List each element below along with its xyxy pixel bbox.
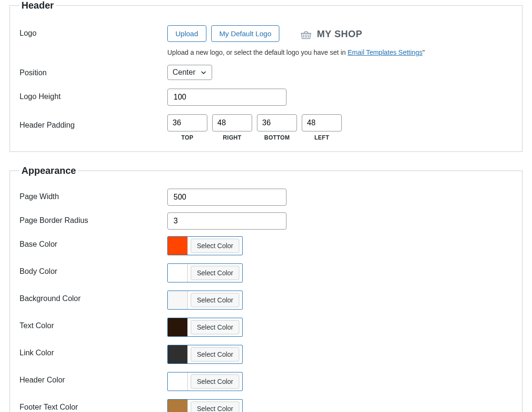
logo-height-label: Logo Height: [20, 89, 167, 101]
footer_text-color-label: Footer Text Color: [20, 399, 167, 412]
page-width-input[interactable]: [167, 189, 286, 206]
base-color-picker[interactable]: Select Color: [167, 236, 243, 255]
text-color-picker[interactable]: Select Color: [167, 318, 243, 337]
footer_text-color-swatch[interactable]: [168, 400, 188, 412]
page-width-row: Page Width: [20, 189, 512, 206]
basket-icon: [300, 29, 312, 40]
my-default-logo-button[interactable]: My Default Logo: [211, 25, 279, 42]
body-color-picker[interactable]: Select Color: [167, 263, 243, 282]
background-color-row: Background ColorSelect Color: [20, 291, 512, 311]
footer_text-color-row: Footer Text ColorSelect Color: [20, 399, 512, 412]
position-select[interactable]: Center: [167, 65, 212, 80]
appearance-fieldset: Appearance Page Width Page Border Radius…: [10, 165, 522, 412]
link-select-color-button[interactable]: Select Color: [191, 347, 239, 362]
header-color-picker[interactable]: Select Color: [167, 372, 243, 391]
body-color-row: Body ColorSelect Color: [20, 263, 512, 284]
header-padding-label: Header Padding: [20, 114, 167, 130]
footer_text-select-color-button[interactable]: Select Color: [191, 402, 239, 412]
header-legend: Header: [20, 0, 56, 11]
body-select-color-button[interactable]: Select Color: [191, 266, 239, 280]
logo-row: Logo Upload My Default Logo MY SHOP Uplo…: [20, 25, 512, 56]
position-row: Position Center: [20, 65, 512, 80]
footer_text-color-picker[interactable]: Select Color: [167, 399, 243, 412]
text-color-row: Text ColorSelect Color: [20, 318, 512, 338]
position-value: Center: [173, 68, 195, 77]
svg-line-0: [303, 34, 304, 38]
logo-help-text: Upload a new logo, or select the default…: [167, 49, 512, 56]
page-border-radius-input[interactable]: [167, 212, 286, 230]
page-border-radius-row: Page Border Radius: [20, 212, 512, 230]
email-templates-settings-link[interactable]: Email Templates Settings: [348, 49, 422, 56]
background-color-swatch[interactable]: [168, 291, 188, 309]
background-color-picker[interactable]: Select Color: [167, 291, 243, 310]
padding-left-input[interactable]: [302, 114, 342, 131]
padding-bottom-label: BOTTOM: [257, 134, 297, 141]
svg-line-2: [307, 34, 307, 38]
padding-right-label: RIGHT: [212, 134, 252, 141]
padding-bottom-input[interactable]: [257, 114, 297, 131]
svg-line-1: [305, 34, 306, 38]
base-color-label: Base Color: [20, 236, 167, 249]
text-color-label: Text Color: [20, 318, 167, 330]
padding-right-input[interactable]: [212, 114, 252, 131]
header-color-row: Header ColorSelect Color: [20, 372, 512, 392]
base-color-swatch[interactable]: [168, 237, 188, 255]
base-color-row: Base ColorSelect Color: [20, 236, 512, 257]
logo-height-row: Logo Height: [20, 89, 512, 106]
appearance-legend: Appearance: [20, 165, 78, 176]
text-select-color-button[interactable]: Select Color: [191, 320, 239, 334]
text-color-swatch[interactable]: [168, 318, 188, 336]
svg-line-3: [308, 34, 309, 38]
chevron-down-icon: [200, 69, 207, 76]
header-padding-row: Header Padding TOP RIGHT BOTTOM LEFT: [20, 114, 512, 141]
page-border-radius-label: Page Border Radius: [20, 212, 167, 225]
header-select-color-button[interactable]: Select Color: [191, 374, 239, 389]
upload-button[interactable]: Upload: [167, 25, 206, 42]
padding-left-label: LEFT: [302, 134, 342, 141]
link-color-row: Link ColorSelect Color: [20, 345, 512, 365]
logo-height-input[interactable]: [167, 89, 286, 106]
body-color-swatch[interactable]: [168, 264, 188, 282]
body-color-label: Body Color: [20, 263, 167, 276]
logo-label: Logo: [20, 25, 167, 38]
background-color-label: Background Color: [20, 291, 167, 303]
base-select-color-button[interactable]: Select Color: [191, 239, 239, 253]
logo-preview: MY SHOP: [300, 29, 362, 40]
link-color-picker[interactable]: Select Color: [167, 345, 243, 364]
padding-top-input[interactable]: [167, 114, 207, 131]
link-color-label: Link Color: [20, 345, 167, 357]
header-fieldset: Header Logo Upload My Default Logo MY SH…: [10, 0, 522, 152]
padding-top-label: TOP: [167, 134, 207, 141]
header-color-swatch[interactable]: [168, 372, 188, 391]
background-select-color-button[interactable]: Select Color: [191, 293, 239, 307]
link-color-swatch[interactable]: [168, 345, 188, 363]
logo-preview-text: MY SHOP: [317, 29, 362, 40]
position-label: Position: [20, 65, 167, 77]
header-color-label: Header Color: [20, 372, 167, 384]
page-width-label: Page Width: [20, 189, 167, 201]
